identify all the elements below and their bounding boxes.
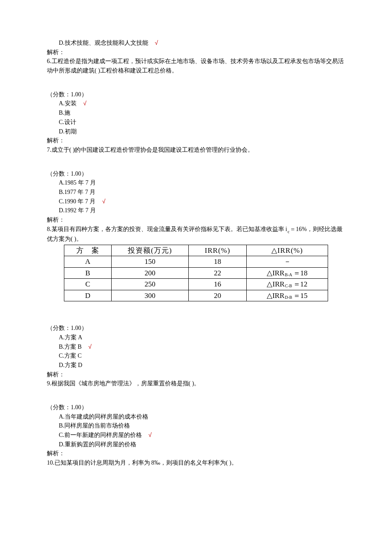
q9-option-c: C.前一年新建的同样房屋的价格 √ (47, 431, 345, 440)
q8-option-a: A.方案 A (47, 333, 345, 342)
q9-analysis-label: 解析： (47, 449, 345, 458)
q6-option-c: C.设计 (47, 118, 345, 127)
q8-option-b: B.方案 B √ (47, 342, 345, 352)
q5-analysis-label: 解析： (47, 48, 345, 57)
cell-scheme: A (64, 256, 112, 268)
q6-analysis-label: 解析： (47, 136, 345, 145)
check-icon: √ (83, 100, 86, 107)
q9-option-b: B.同样房屋的当前市场价格 (47, 421, 345, 431)
q7-score: （分数：1.00） (47, 169, 345, 179)
q7-option-d: D.1992 年 7 月 (47, 206, 345, 215)
q8-analysis-label: 解析： (47, 370, 345, 379)
q7-option-c: C.1990 年 7 月 √ (47, 197, 345, 206)
cell-invest: 300 (112, 290, 189, 301)
q7-stem: 7.成立于( )的中国建设工程造价管理协会是我国建设工程造价管理的行业协会。 (47, 145, 345, 155)
q9-option-a: A.当年建成的同样房屋的成本价格 (47, 412, 345, 422)
q6-score: （分数：1.00） (47, 90, 345, 99)
th-delta-irr-text: IRR(%) (277, 246, 303, 254)
q9-option-d: D.重新购置的同样房屋的价格 (47, 440, 345, 449)
table-row: D30020△IRRD-B＝15 (64, 290, 328, 301)
th-invest: 投资额(万元) (112, 245, 189, 256)
cell-delta-irr: △IRRB-A＝18 (247, 267, 328, 279)
q7-analysis-label: 解析： (47, 215, 345, 225)
cell-scheme: C (64, 279, 112, 290)
q8-option-d: D.方案 D (47, 361, 345, 370)
q8-score: （分数：1.00） (47, 324, 345, 333)
check-icon: √ (155, 39, 158, 46)
q8-stem-sub: c (288, 229, 289, 234)
q8-table: 方 案 投资额(万元) IRR(%) △IRR(%) A15018－B20022… (64, 245, 328, 302)
q6-option-d: D.初期 (47, 127, 345, 136)
q7-option-a: A.1985 年 7 月 (47, 178, 345, 188)
cell-scheme: D (64, 290, 112, 301)
table-header-row: 方 案 投资额(万元) IRR(%) △IRR(%) (64, 245, 328, 256)
th-delta-irr: △IRR(%) (247, 245, 328, 256)
q6-stem: 6.工程造价是指为建成一项工程，预计或实际在土地市场、设备市场、技术劳务市场以及… (47, 57, 345, 75)
q9-stem: 9.根据我国《城市房地产管理法》，房屋重置价格是指( )。 (47, 379, 345, 388)
q10-stem: 10.已知某项目的计息周期为月，利率为 8‰，则项目的名义年利率为( )。 (47, 458, 345, 468)
q6-option-b: B.施 (47, 108, 345, 118)
q8-option-c: C.方案 C (47, 351, 345, 361)
check-icon: √ (148, 431, 152, 438)
q5-option-d: D.技术技能、观念技能和人文技能 √ (47, 38, 345, 48)
q9-score: （分数：1.00） (47, 403, 345, 412)
cell-scheme: B (64, 267, 112, 279)
cell-irr: 22 (189, 267, 247, 279)
q7-option-b: B.1977 年 7 月 (47, 188, 345, 197)
cell-invest: 250 (112, 279, 189, 290)
cell-delta-irr: △IRRD-B＝15 (247, 290, 328, 301)
option-text: B.方案 B (59, 344, 82, 350)
cell-delta-irr: － (247, 256, 328, 268)
table-row: B20022△IRRB-A＝18 (64, 267, 328, 279)
cell-invest: 200 (112, 267, 189, 279)
option-text: C.1990 年 7 月 (59, 198, 95, 205)
option-text: D.技术技能、观念技能和人文技能 (59, 40, 148, 46)
option-text: A.安装 (59, 100, 77, 107)
q8-stem: 8.某项目有四种方案，各方案的投资、现金流量及有关评价指标见下表。若已知基准收益… (47, 225, 345, 244)
check-icon: √ (102, 198, 106, 205)
table-row: A15018－ (64, 256, 328, 268)
cell-delta-irr: △IRRC-B＝12 (247, 279, 328, 290)
option-text: C.前一年新建的同样房屋的价格 (59, 432, 142, 438)
th-scheme: 方 案 (64, 245, 112, 256)
table-row: C25016△IRRC-B＝12 (64, 279, 328, 290)
q8-stem-a: 8.某项目有四种方案，各方案的投资、现金流量及有关评价指标见下表。若已知基准收益… (47, 226, 287, 232)
q6-option-a: A.安装 √ (47, 99, 345, 108)
triangle-icon: △ (271, 246, 277, 254)
cell-irr: 20 (189, 290, 247, 301)
cell-irr: 18 (189, 256, 247, 268)
th-irr: IRR(%) (189, 245, 247, 256)
check-icon: √ (88, 343, 92, 350)
cell-irr: 16 (189, 279, 247, 290)
cell-invest: 150 (112, 256, 189, 268)
